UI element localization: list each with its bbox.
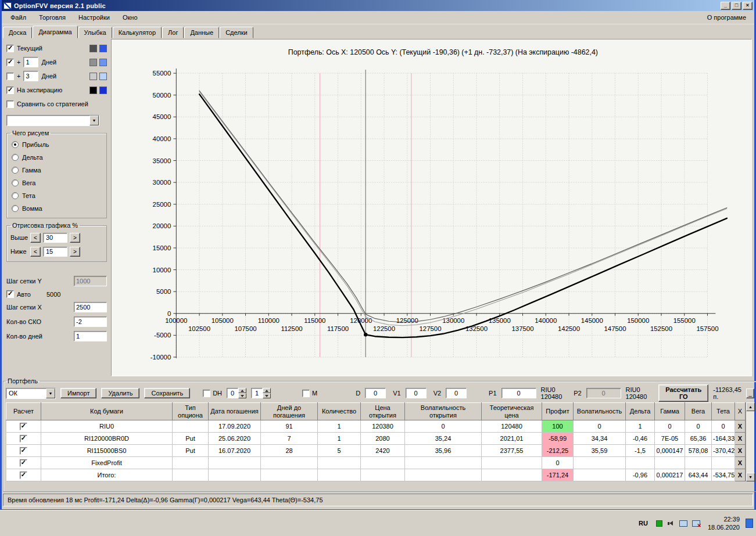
col-days-to-expiry[interactable]: Дней до погашения	[261, 403, 318, 420]
radio-vega[interactable]: Вега	[12, 177, 103, 189]
above-value[interactable]: 30	[43, 233, 67, 243]
spin-up-icon[interactable]	[238, 388, 246, 393]
strategy-combobox[interactable]: ▼	[6, 115, 99, 126]
menu-window[interactable]: Окно	[116, 12, 144, 23]
menu-file[interactable]: Файл	[4, 12, 33, 23]
calc-margin-button[interactable]: Рассчитать ГО	[658, 384, 708, 402]
p1-input[interactable]	[501, 388, 536, 398]
row-enabled-checkbox[interactable]	[20, 472, 27, 479]
row-enabled-checkbox[interactable]	[20, 447, 27, 455]
col-profit[interactable]: Профит	[542, 403, 574, 420]
chevron-down-icon[interactable]: ▼	[46, 388, 55, 398]
row-enabled-checkbox[interactable]	[20, 435, 27, 443]
row-remove-button[interactable]: X	[735, 433, 746, 445]
spin-down-icon[interactable]	[238, 393, 246, 398]
row-enabled-checkbox[interactable]	[20, 423, 27, 430]
m-checkbox[interactable]	[302, 390, 310, 397]
radio-delta[interactable]: Дельта	[12, 151, 103, 164]
grid-y-input[interactable]	[74, 276, 107, 286]
display-tray-icon[interactable]	[679, 520, 687, 527]
row-remove-button[interactable]: X	[735, 420, 746, 433]
tab-log[interactable]: Лог	[162, 27, 184, 38]
series-current-checkbox[interactable]	[6, 45, 14, 52]
radio-profit[interactable]: Прибыль	[12, 138, 103, 151]
spin-up-icon[interactable]	[263, 388, 271, 393]
d-input[interactable]	[365, 388, 386, 398]
p2-input[interactable]	[586, 388, 621, 398]
col-theo-price[interactable]: Теоретическая цена	[482, 403, 542, 420]
scrollbar-track[interactable]	[746, 411, 754, 473]
save-button[interactable]: Сохранить	[144, 388, 190, 398]
menu-about[interactable]: О программе	[701, 12, 752, 23]
series-plus3-checkbox[interactable]	[6, 73, 14, 80]
col-option-type[interactable]: Тип опциона	[173, 403, 209, 420]
grid-x-input[interactable]	[74, 302, 107, 312]
dh-checkbox[interactable]	[203, 390, 210, 397]
days-count-input[interactable]	[74, 331, 107, 341]
dh-spinner-1[interactable]: 0	[227, 388, 246, 398]
volume-icon[interactable]	[667, 520, 675, 527]
table-scrollbar[interactable]: ▲ ▼	[746, 402, 754, 481]
tab-data[interactable]: Данные	[184, 27, 219, 38]
profit-chart[interactable]: 5500050000450004000035000300002500020000…	[112, 39, 751, 376]
below-value[interactable]: 15	[43, 247, 67, 257]
scroll-up-icon[interactable]: ▲	[746, 402, 755, 411]
close-button[interactable]: ×	[743, 2, 753, 10]
spin-down-icon[interactable]	[263, 393, 271, 398]
col-remove[interactable]: X	[735, 403, 746, 420]
menu-settings[interactable]: Настройки	[72, 12, 116, 23]
import-button[interactable]: Импорт	[60, 388, 96, 398]
below-decrease-button[interactable]: <	[30, 247, 41, 257]
plus3-days-input[interactable]	[23, 71, 38, 81]
radio-vomma[interactable]: Вомма	[12, 202, 103, 215]
chevron-down-icon[interactable]: ▼	[89, 116, 99, 125]
language-indicator[interactable]: RU	[639, 520, 648, 527]
minimize-button[interactable]: _	[721, 2, 730, 10]
network-error-icon[interactable]	[692, 520, 700, 527]
portfolio-preset-combobox[interactable]: ОК ▼	[6, 388, 56, 399]
cell-calc[interactable]	[6, 469, 41, 481]
delete-button[interactable]: Удалить	[101, 388, 139, 398]
titlebar[interactable]: OptionFVV версия 2.1 public _ □ ×	[2, 0, 754, 11]
sko-input[interactable]	[74, 316, 107, 327]
menu-trade[interactable]: Торговля	[33, 12, 72, 23]
col-theta[interactable]: Тета	[712, 403, 735, 420]
cell-calc[interactable]	[6, 433, 41, 445]
below-increase-button[interactable]: >	[70, 247, 80, 257]
tab-smile[interactable]: Улыбка	[78, 27, 112, 38]
above-increase-button[interactable]: >	[70, 233, 80, 243]
auto-checkbox[interactable]	[6, 290, 14, 298]
v2-input[interactable]	[446, 388, 467, 398]
maximize-button[interactable]: □	[732, 2, 741, 10]
dh-spinner-2[interactable]: 1	[251, 388, 271, 398]
tab-board[interactable]: Доска	[3, 27, 32, 38]
corner-tray-icon[interactable]	[746, 519, 753, 528]
row-enabled-checkbox[interactable]	[20, 459, 27, 467]
collapse-portfolio-button[interactable]: _	[746, 388, 754, 398]
radio-theta[interactable]: Тета	[12, 189, 103, 202]
tab-diagram[interactable]: Диаграмма	[33, 26, 77, 38]
tray-app-icon[interactable]	[656, 520, 662, 527]
row-remove-button[interactable]: X	[735, 469, 746, 481]
col-gamma[interactable]: Гамма	[655, 403, 685, 420]
col-open-price[interactable]: Цена открытия	[361, 403, 405, 420]
taskbar[interactable]: RU 22:39 18.06.2020	[0, 510, 756, 536]
tab-trades[interactable]: Сделки	[220, 27, 253, 38]
plus1-days-input[interactable]	[23, 57, 38, 67]
cell-calc[interactable]	[6, 445, 41, 457]
series-expiry-checkbox[interactable]	[6, 87, 14, 94]
above-decrease-button[interactable]: <	[30, 233, 41, 243]
col-open-volatility[interactable]: Волатильность открытия	[405, 403, 482, 420]
col-delta[interactable]: Дельта	[626, 403, 655, 420]
col-vega[interactable]: Вега	[685, 403, 712, 420]
col-volatility[interactable]: Волатильность	[574, 403, 626, 420]
col-expiry-date[interactable]: Дата погашения	[209, 403, 261, 420]
series-plus1-checkbox[interactable]	[6, 59, 14, 66]
chart-panel[interactable]: 5500050000450004000035000300002500020000…	[111, 39, 752, 376]
v1-input[interactable]	[406, 388, 427, 398]
compare-strategy-checkbox[interactable]	[6, 100, 14, 108]
tab-calculator[interactable]: Калькулятор	[113, 27, 162, 38]
col-security-code[interactable]: Код бумаги	[41, 403, 173, 420]
row-remove-button[interactable]: X	[735, 457, 746, 469]
col-calc[interactable]: Расчет	[6, 403, 41, 420]
